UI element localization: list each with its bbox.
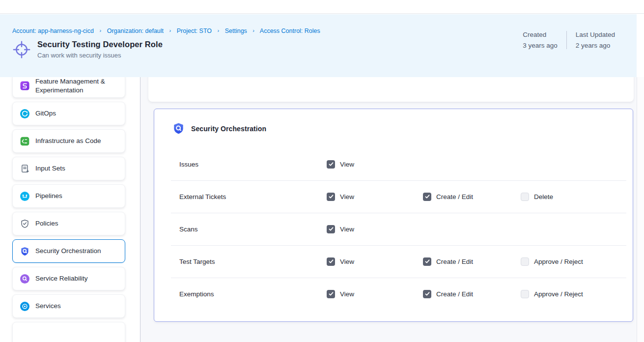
checkbox-icon[interactable]: [327, 257, 335, 266]
permission-label: View: [340, 226, 354, 233]
sidebar-item-services[interactable]: Services: [12, 294, 125, 318]
breadcrumb-account[interactable]: Account: app-harness-ng-cicd: [12, 28, 94, 34]
checkbox-icon[interactable]: [423, 290, 431, 298]
security-orchestration-panel: Security Orchestration Issues View: [154, 109, 633, 322]
permission-label: Create / Edit: [436, 258, 473, 265]
pipelines-icon: [19, 191, 30, 201]
permission-option[interactable]: Create / Edit: [423, 290, 521, 298]
page-subtitle: Can work with security issues: [37, 52, 163, 59]
checkbox-icon[interactable]: [521, 193, 529, 201]
panel-header: Security Orchestration: [154, 109, 633, 148]
row-label: Scans: [154, 226, 327, 233]
breadcrumb-organization[interactable]: Organization: default: [107, 28, 164, 34]
breadcrumb-separator: ›: [100, 28, 102, 33]
gitops-icon: [19, 108, 30, 119]
row-label: Exemptions: [154, 290, 327, 298]
permission-row-issues: Issues View: [154, 148, 633, 180]
sidebar-item-label: Service Reliability: [35, 274, 88, 283]
sidebar-item-input-sets[interactable]: Input Sets: [12, 157, 125, 180]
permission-option[interactable]: View: [327, 193, 423, 201]
checkbox-icon[interactable]: [327, 193, 335, 201]
header-meta: Created 3 years ago Last Updated 2 years…: [523, 31, 615, 49]
permission-label: View: [340, 193, 354, 200]
sidebar-item-label: Security Orchestration: [35, 247, 101, 256]
permission-option[interactable]: View: [327, 257, 423, 266]
sidebar-item-label: Services: [35, 302, 61, 311]
row-label: Issues: [154, 161, 327, 168]
permission-option[interactable]: Create / Edit: [423, 193, 521, 201]
checkbox-icon[interactable]: [521, 290, 529, 298]
sidebar-item-pipelines[interactable]: Pipelines: [12, 184, 125, 208]
sidebar-item-policies[interactable]: Policies: [12, 212, 125, 235]
sidebar-item-label: Policies: [35, 219, 58, 228]
permission-label: Create / Edit: [436, 290, 473, 298]
checkbox-icon[interactable]: [327, 290, 335, 298]
page-title: Security Testing Developer Role: [37, 40, 163, 49]
permission-row-scans: Scans View: [154, 213, 633, 245]
feature-management-icon: [19, 81, 30, 91]
main-area: Security Orchestration Issues View: [140, 77, 644, 342]
breadcrumb-separator: ›: [218, 28, 220, 33]
permission-label: Create / Edit: [436, 193, 473, 200]
sidebar-item-label: Input Sets: [35, 164, 65, 173]
panel-title: Security Orchestration: [191, 125, 266, 133]
permission-option[interactable]: Delete: [521, 193, 553, 201]
sidebar-item-partial[interactable]: [12, 322, 125, 342]
page-header: Account: app-harness-ng-cicd › Organizat…: [0, 14, 637, 77]
breadcrumb-separator: ›: [169, 28, 171, 33]
service-reliability-icon: [19, 273, 30, 284]
permission-option[interactable]: Create / Edit: [423, 257, 521, 266]
last-updated-label: Last Updated: [576, 31, 615, 38]
permission-row-external-tickets: External Tickets View Create / Edit Dele…: [154, 180, 633, 213]
permission-label: View: [340, 161, 354, 168]
breadcrumb-access-control-roles[interactable]: Access Control: Roles: [260, 28, 320, 34]
checkbox-icon[interactable]: [521, 257, 529, 266]
permission-option[interactable]: View: [327, 160, 423, 169]
scrollbar-track[interactable]: [637, 77, 644, 342]
sidebar-item-label: GitOps: [35, 109, 56, 118]
checkbox-icon[interactable]: [327, 225, 335, 233]
title-block: Security Testing Developer Role Can work…: [37, 40, 163, 59]
row-label: External Tickets: [154, 193, 327, 200]
permission-label: Approve / Reject: [534, 258, 583, 265]
security-orchestration-shield-icon: [172, 122, 185, 135]
last-updated-value: 2 years ago: [576, 42, 615, 49]
previous-module-card: [148, 77, 634, 102]
permission-label: Delete: [534, 193, 553, 200]
permission-row-exemptions: Exemptions View Create / Edit Approve / …: [154, 278, 633, 310]
sidebar-item-security-orchestration[interactable]: Security Orchestration: [12, 239, 125, 263]
permission-label: Approve / Reject: [534, 290, 583, 298]
row-label: Test Targets: [154, 258, 327, 265]
last-updated-meta: Last Updated 2 years ago: [566, 31, 615, 49]
permission-option[interactable]: View: [327, 290, 423, 298]
permission-label: View: [340, 258, 354, 265]
created-meta: Created 3 years ago: [523, 31, 566, 49]
sidebar-item-gitops[interactable]: GitOps: [12, 102, 125, 125]
sidebar-item-service-reliability[interactable]: Service Reliability: [12, 267, 125, 290]
breadcrumb-separator: ›: [252, 28, 254, 33]
breadcrumb-project[interactable]: Project: STO: [177, 28, 212, 34]
permission-option[interactable]: Approve / Reject: [521, 257, 583, 266]
sidebar-item-label: Feature Management & Experimentation: [35, 77, 120, 94]
policies-icon: [19, 218, 30, 229]
sidebar-item-feature-management[interactable]: Feature Management & Experimentation: [12, 77, 125, 98]
input-sets-icon: [19, 163, 30, 174]
permission-row-test-targets: Test Targets View Create / Edit Approve …: [154, 245, 633, 278]
breadcrumb-settings[interactable]: Settings: [225, 28, 247, 34]
permission-option[interactable]: Approve / Reject: [521, 290, 583, 298]
checkbox-icon[interactable]: [423, 193, 431, 201]
permission-option[interactable]: View: [327, 225, 423, 233]
sidebar-item-infrastructure-as-code[interactable]: Infrastructure as Code: [12, 129, 125, 153]
module-sidebar: Feature Management & Experimentation Git…: [0, 77, 140, 342]
created-value: 3 years ago: [523, 42, 558, 49]
infrastructure-as-code-icon: [19, 136, 30, 146]
role-crosshair-icon: [12, 40, 31, 59]
content-area: Feature Management & Experimentation Git…: [0, 77, 644, 342]
checkbox-icon[interactable]: [423, 257, 431, 266]
security-orchestration-icon: [19, 246, 30, 256]
services-icon: [19, 301, 30, 312]
checkbox-icon[interactable]: [327, 160, 335, 169]
top-strip: [0, 0, 644, 14]
sidebar-item-label: Pipelines: [35, 192, 62, 200]
sidebar-item-label: Infrastructure as Code: [35, 137, 101, 145]
